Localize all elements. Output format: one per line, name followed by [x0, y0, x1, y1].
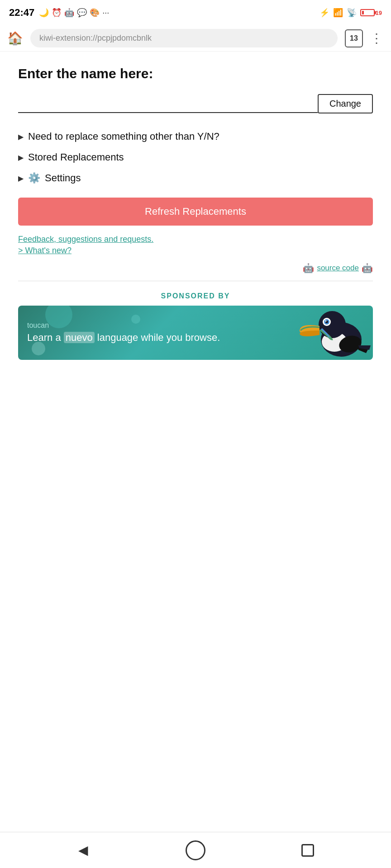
refresh-replacements-button[interactable]: Refresh Replacements [18, 198, 373, 226]
nav-recents-button[interactable] [296, 839, 319, 862]
url-bar[interactable]: kiwi-extension://pcpjpdomcbnlk [30, 29, 338, 47]
ad-content: toucan Learn a nuevo language while you … [27, 321, 364, 344]
status-right: ⚡ 📶 📡 19 [319, 8, 382, 18]
status-bar: 22:47 🌙 ⏰ 🤖 💬 🎨 ··· ⚡ 📶 📡 19 [0, 0, 391, 25]
url-prefix: kiwi-extension://pcpjpdomcbnlk [39, 33, 152, 43]
ad-banner[interactable]: toucan Learn a nuevo language while you … [18, 306, 373, 360]
bluetooth-icon: ⚡ [319, 8, 329, 18]
ad-tagline: Learn a nuevo language while you browse. [27, 331, 364, 344]
alarm-icon: ⏰ [52, 8, 62, 18]
home-button[interactable]: 🏠 [7, 31, 23, 46]
color-icon: 🎨 [90, 8, 100, 18]
feedback-link[interactable]: Feedback, suggestions and requests. [18, 235, 373, 244]
links-section: Feedback, suggestions and requests. > Wh… [18, 235, 373, 255]
ad-brand: toucan [27, 321, 364, 330]
stored-replacements-toggle[interactable]: ▶ Stored Replacements [18, 147, 373, 168]
sponsored-label: SPONSORED BY [18, 285, 373, 306]
battery-indicator: 19 [360, 9, 382, 16]
divider [18, 281, 373, 281]
replace-yn-toggle[interactable]: ▶ Need to replace something other than Y… [18, 126, 373, 147]
main-content: Enter the name here: Change ▶ Need to re… [0, 52, 391, 369]
collapsible-list: ▶ Need to replace something other than Y… [18, 126, 373, 189]
battery-percent: 19 [376, 9, 382, 16]
back-arrow-icon: ◀ [78, 843, 88, 858]
name-input[interactable] [18, 94, 318, 113]
ad-highlight: nuevo [64, 332, 95, 343]
replace-yn-label: Need to replace something other than Y/N… [28, 131, 219, 142]
browser-chrome: 🏠 kiwi-extension://pcpjpdomcbnlk 13 ⋮ [0, 25, 391, 52]
arrow-right-icon-yn: ▶ [18, 132, 24, 141]
status-left: 22:47 🌙 ⏰ 🤖 💬 🎨 ··· [9, 7, 109, 19]
nav-back-button[interactable]: ◀ [72, 839, 95, 862]
wifi-icon: 📡 [347, 8, 357, 18]
status-time: 22:47 [9, 7, 34, 19]
whats-new-link[interactable]: > What's new? [18, 246, 373, 255]
battery-box [360, 9, 375, 16]
name-input-row: Change [18, 94, 373, 113]
ad-tagline-part2: language while you browse. [95, 332, 220, 343]
ad-tagline-part1: Learn a [27, 332, 64, 343]
robot-left-icon: 🤖 [303, 263, 314, 274]
home-circle-icon [186, 840, 205, 860]
more-dots-icon: ··· [102, 8, 109, 18]
source-code-link[interactable]: source code [317, 264, 359, 273]
robot-right-icon: 🤖 [362, 263, 373, 274]
stored-replacements-label: Stored Replacements [28, 151, 124, 163]
moon-icon: 🌙 [39, 8, 49, 18]
gear-icon: ⚙️ [28, 172, 40, 184]
settings-toggle[interactable]: ▶ ⚙️ Settings [18, 168, 373, 189]
chat-icon: 💬 [77, 8, 87, 18]
settings-label: Settings [45, 172, 81, 184]
android-icon: 🤖 [64, 8, 74, 18]
browser-more-button[interactable]: ⋮ [370, 31, 384, 46]
nav-home-button[interactable] [184, 839, 207, 862]
change-button[interactable]: Change [318, 94, 373, 113]
signal-icon: 📶 [333, 8, 343, 18]
recents-square-icon [301, 844, 314, 857]
source-code-row: 🤖 source code 🤖 [18, 263, 373, 274]
tab-count-button[interactable]: 13 [345, 29, 363, 47]
battery-fill [362, 11, 364, 14]
nav-bar: ◀ [0, 832, 391, 868]
page-title: Enter the name here: [18, 66, 373, 81]
arrow-right-icon-stored: ▶ [18, 153, 24, 162]
status-icons: 🌙 ⏰ 🤖 💬 🎨 ··· [39, 8, 109, 18]
arrow-right-icon-settings: ▶ [18, 174, 24, 183]
